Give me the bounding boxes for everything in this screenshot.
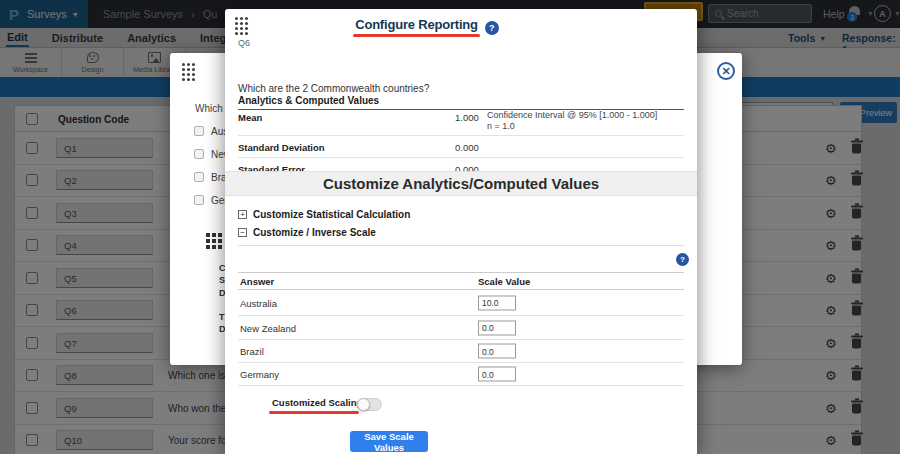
option-checkbox[interactable] [194, 172, 204, 182]
scale-value-input[interactable] [478, 295, 516, 310]
scale-value-input[interactable] [478, 320, 516, 335]
section-customize-inverse-scale[interactable]: − Customize / Inverse Scale [238, 227, 376, 238]
scale-value-column-header: Scale Value [478, 276, 530, 287]
questionpro-app: P Surveys ▼ Sample Surveys › Qu Search H… [0, 0, 900, 454]
option-checkbox[interactable] [194, 126, 204, 136]
stat-row: Standard Deviation 0.000 [238, 136, 684, 158]
confidence-interval: Confidence Interval @ 95% [1.000 - 1.000… [487, 110, 657, 120]
sample-size: n = 1.0 [487, 121, 515, 131]
minus-box-icon[interactable]: − [238, 228, 247, 237]
red-annotation-underline [269, 411, 359, 414]
help-icon[interactable]: ? [676, 253, 689, 266]
scale-row: New Zealand [238, 316, 684, 340]
scale-row: Germany [238, 363, 684, 386]
configure-reporting-dialog: Configure Reporting? Q6 Which are the 2 … [225, 9, 697, 454]
toggle-knob [357, 398, 370, 411]
customize-banner: Customize Analytics/Computed Values [225, 171, 697, 196]
customized-scaling-toggle[interactable] [357, 398, 382, 411]
option-checkbox[interactable] [194, 149, 204, 159]
stat-row: Mean 1.000 Confidence Interval @ 95% [1.… [238, 106, 684, 136]
answer-column-header: Answer [240, 276, 274, 287]
scale-value-input[interactable] [478, 344, 516, 359]
dialog-title: Configure Reporting [355, 17, 478, 32]
scale-value-input[interactable] [478, 367, 516, 382]
help-icon[interactable]: ? [485, 21, 499, 35]
customized-scaling-label: Customized Scaling [272, 397, 362, 408]
divider [238, 245, 684, 246]
close-icon[interactable]: ✕ [717, 62, 735, 80]
save-scale-values-button[interactable]: Save Scale Values [350, 431, 428, 452]
option-checkbox[interactable] [194, 195, 204, 205]
clipped-label: T [219, 312, 225, 322]
scale-row: Brazil [238, 340, 684, 363]
drag-handle-icon[interactable] [182, 63, 185, 66]
question-text: Which are the 2 Commonwealth countries? [238, 83, 429, 94]
scale-table-header: Answer Scale Value [238, 272, 684, 290]
section-customize-statistical-calculation[interactable]: + Customize Statistical Calculation [238, 209, 410, 220]
plus-box-icon[interactable]: + [238, 210, 247, 219]
question-code: Q6 [238, 38, 250, 48]
scale-row: Australia [238, 290, 684, 316]
grid-view-icon[interactable] [206, 233, 210, 237]
